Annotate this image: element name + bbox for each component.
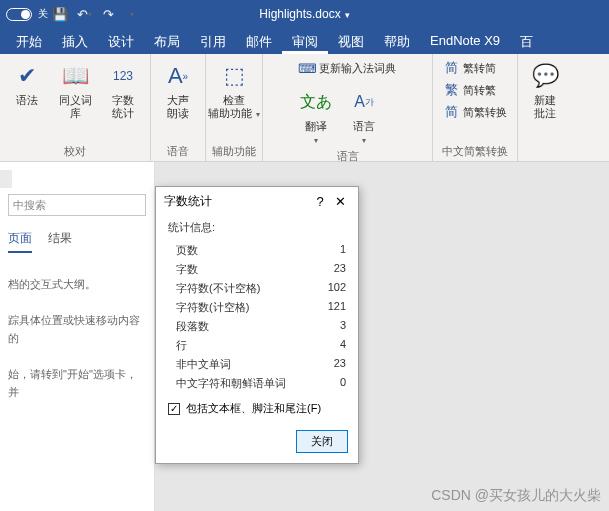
tab-EndNote X9[interactable]: EndNote X9: [420, 28, 510, 54]
watermark: CSDN @买女孩儿的大火柴: [431, 487, 601, 505]
dialog-header: 统计信息:: [168, 220, 346, 235]
stat-value: 23: [334, 262, 346, 277]
stat-key: 字数: [176, 262, 198, 277]
stat-key: 非中文单词: [176, 357, 231, 372]
stat-key: 行: [176, 338, 187, 353]
dialog-close-icon[interactable]: ✕: [330, 194, 350, 209]
dialog-title: 字数统计: [164, 193, 310, 210]
dialog-help-icon[interactable]: ?: [310, 194, 330, 209]
cmd-wordcount[interactable]: 123字数 统计: [102, 58, 144, 120]
stat-row: 页数1: [168, 241, 346, 260]
tab-视图[interactable]: 视图: [328, 28, 374, 54]
group-label: 辅助功能: [212, 144, 256, 159]
comment-icon: 💬: [529, 60, 561, 92]
cmd-grammar[interactable]: ✔语法: [6, 58, 48, 107]
language-icon: A가: [348, 86, 380, 118]
group-chinese-conv: 简繁转简 繁简转繁 简简繁转换 中文简繁转换: [433, 54, 518, 161]
stat-row: 非中文单词23: [168, 355, 346, 374]
group-proofing: ✔语法 📖同义词库 123字数 统计 校对: [0, 54, 151, 161]
cmd-accessibility[interactable]: ⬚检查 辅助功能 ▾: [213, 58, 255, 121]
tab-开始[interactable]: 开始: [6, 28, 52, 54]
stat-row: 字符数(计空格)121: [168, 298, 346, 317]
readaloud-icon: A»: [162, 60, 194, 92]
group-accessibility: ⬚检查 辅助功能 ▾ 辅助功能: [206, 54, 263, 161]
group-label: 校对: [64, 144, 86, 159]
stat-key: 页数: [176, 243, 198, 258]
stat-value: 0: [340, 376, 346, 391]
navigation-pane: 中搜索 页面 结果 档的交互式大纲。 踪具体位置或快速移动内容的 始，请转到"开…: [0, 162, 155, 511]
group-label: 语音: [167, 144, 189, 159]
include-footnotes-checkbox[interactable]: ✓ 包括文本框、脚注和尾注(F): [168, 401, 346, 416]
toggle-switch[interactable]: [6, 8, 32, 21]
navtab-pages[interactable]: 页面: [8, 230, 32, 253]
cmd-new-comment[interactable]: 💬新建 批注: [524, 58, 566, 120]
tab-设计[interactable]: 设计: [98, 28, 144, 54]
nav-body-text: 档的交互式大纲。 踪具体位置或快速移动内容的 始，请转到"开始"选项卡，并: [8, 275, 146, 401]
group-language: ⌨更新输入法词典 文あ翻译▾ A가语言▾ 语言: [263, 54, 433, 161]
nav-search-input[interactable]: 中搜索: [8, 194, 146, 216]
conv-icon: 简: [443, 60, 459, 76]
dialog-titlebar: 字数统计 ? ✕: [156, 187, 358, 216]
checkbox-icon: ✓: [168, 403, 180, 415]
undo-icon[interactable]: ↶▾: [74, 4, 94, 24]
tab-引用[interactable]: 引用: [190, 28, 236, 54]
redo-icon[interactable]: ↷: [98, 4, 118, 24]
autosave-label: 关: [38, 7, 48, 21]
translate-icon: 文あ: [300, 86, 332, 118]
stat-key: 字符数(不计空格): [176, 281, 260, 296]
document-title: Highlights.docx▾: [259, 7, 349, 21]
cmd-ime-update[interactable]: ⌨更新输入法词典: [295, 58, 400, 78]
title-chevron-icon[interactable]: ▾: [345, 10, 350, 20]
nav-tabs: 页面 结果: [8, 230, 146, 253]
qat-dropdown-icon[interactable]: ▾: [122, 4, 142, 24]
stat-key: 中文字符和朝鲜语单词: [176, 376, 286, 391]
stat-row: 行4: [168, 336, 346, 355]
stat-key: 字符数(计空格): [176, 300, 249, 315]
stat-value: 23: [334, 357, 346, 372]
close-button[interactable]: 关闭: [296, 430, 348, 453]
title-bar: 关 💾 ↶▾ ↷ ▾ Highlights.docx▾: [0, 0, 609, 28]
cmd-thesaurus[interactable]: 📖同义词库: [54, 58, 96, 120]
cmd-simp-to-trad[interactable]: 繁简转繁: [439, 80, 500, 100]
thesaurus-icon: 📖: [59, 60, 91, 92]
stat-row: 中文字符和朝鲜语单词0: [168, 374, 346, 393]
save-icon[interactable]: 💾: [50, 4, 70, 24]
tab-审阅[interactable]: 审阅: [282, 28, 328, 54]
wordcount-icon: 123: [107, 60, 139, 92]
cmd-readaloud[interactable]: A»大声 朗读: [157, 58, 199, 120]
stat-row: 段落数3: [168, 317, 346, 336]
cmd-conv-both[interactable]: 简简繁转换: [439, 102, 511, 122]
ribbon: ✔语法 📖同义词库 123字数 统计 校对 A»大声 朗读 语音 ⬚检查 辅助功…: [0, 54, 609, 162]
group-label: 中文简繁转换: [442, 144, 508, 159]
grammar-icon: ✔: [11, 60, 43, 92]
stat-key: 段落数: [176, 319, 209, 334]
stat-value: 4: [340, 338, 346, 353]
wordcount-dialog: 字数统计 ? ✕ 统计信息: 页数1字数23字符数(不计空格)102字符数(计空…: [155, 186, 359, 464]
stat-value: 3: [340, 319, 346, 334]
stat-row: 字数23: [168, 260, 346, 279]
tab-帮助[interactable]: 帮助: [374, 28, 420, 54]
cmd-translate[interactable]: 文あ翻译▾: [295, 84, 337, 147]
stat-row: 字符数(不计空格)102: [168, 279, 346, 298]
stat-value: 1: [340, 243, 346, 258]
group-speech: A»大声 朗读 语音: [151, 54, 206, 161]
group-comments: 💬新建 批注: [518, 54, 572, 161]
stats-list: 页数1字数23字符数(不计空格)102字符数(计空格)121段落数3行4非中文单…: [168, 241, 346, 393]
navpane-header: [0, 170, 12, 188]
cmd-language[interactable]: A가语言▾: [343, 84, 385, 147]
cmd-trad-to-simp[interactable]: 简繁转简: [439, 58, 500, 78]
tab-百[interactable]: 百: [510, 28, 543, 54]
tab-插入[interactable]: 插入: [52, 28, 98, 54]
conv-icon: 简: [443, 104, 459, 120]
stat-value: 102: [328, 281, 346, 296]
tab-布局[interactable]: 布局: [144, 28, 190, 54]
ime-icon: ⌨: [299, 60, 315, 76]
ribbon-tabs: 开始插入设计布局引用邮件审阅视图帮助EndNote X9百: [0, 28, 609, 54]
stat-value: 121: [328, 300, 346, 315]
tab-邮件[interactable]: 邮件: [236, 28, 282, 54]
navtab-results[interactable]: 结果: [48, 230, 72, 253]
conv-icon: 繁: [443, 82, 459, 98]
accessibility-icon: ⬚: [218, 60, 250, 92]
autosave-toggle[interactable]: 关: [6, 7, 48, 21]
